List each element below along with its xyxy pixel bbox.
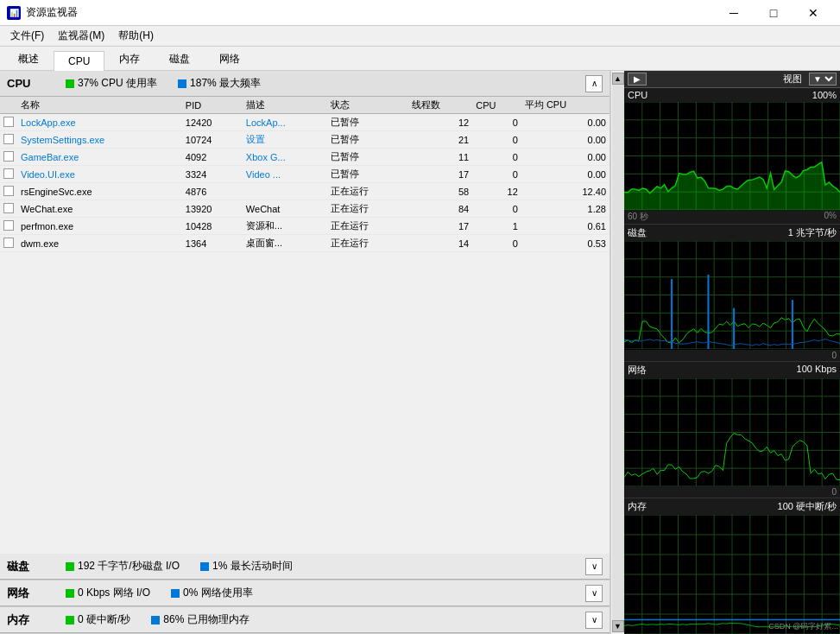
checkbox[interactable]: [3, 203, 14, 213]
row-avgcpu: 0.00: [521, 149, 609, 166]
table-row[interactable]: dwm.exe 1364 桌面窗... 正在运行 14 0 0.53: [0, 235, 609, 252]
row-checkbox-cell: [0, 149, 17, 166]
cpu-chart-bottom-left: 60 秒: [628, 211, 648, 223]
cpu-chart-area: [624, 102, 840, 210]
row-checkbox-cell: [0, 131, 17, 149]
row-threads: 12: [408, 114, 472, 131]
row-threads: 17: [408, 218, 472, 235]
row-checkbox-cell: [0, 235, 17, 252]
menu-file[interactable]: 文件(F): [3, 27, 51, 45]
row-avgcpu: 0.53: [521, 235, 609, 252]
checkbox[interactable]: [3, 151, 14, 162]
table-row[interactable]: GameBar.exe 4092 Xbox G... 已暂停 11 0 0.00: [0, 149, 609, 166]
row-threads: 11: [408, 149, 472, 166]
checkbox[interactable]: [3, 238, 14, 248]
table-row[interactable]: rsEngineSvc.exe 4876 正在运行 58 12 12.40: [0, 183, 609, 200]
network-section-title: 网络: [7, 586, 59, 601]
memory-chart-title: 内存: [628, 500, 647, 513]
row-threads: 84: [408, 200, 472, 218]
row-name: perfmon.exe: [17, 218, 182, 235]
network-chart-section: 网络 100 Kbps 0: [624, 362, 840, 498]
col-name[interactable]: 名称: [17, 97, 182, 114]
row-avgcpu: 12.40: [521, 183, 609, 200]
disk-chart-top-right: 1 兆字节/秒: [788, 226, 837, 239]
tab-cpu[interactable]: CPU: [54, 51, 104, 71]
row-cpu: 0: [472, 166, 521, 183]
table-row[interactable]: perfmon.exe 10428 资源和... 正在运行 17 1 0.61: [0, 218, 609, 235]
memory-chart-top-right: 100 硬中断/秒: [778, 500, 837, 513]
checkbox[interactable]: [3, 186, 14, 196]
row-pid: 10724: [182, 131, 243, 149]
row-desc: Xbox G...: [243, 149, 327, 166]
table-row[interactable]: SystemSettings.exe 10724 设置 已暂停 21 0 0.0…: [0, 131, 609, 149]
minimize-button[interactable]: ─: [714, 3, 754, 22]
memory-collapse-button[interactable]: ∨: [585, 612, 603, 629]
right-panel-expand-button[interactable]: ▶: [628, 73, 647, 86]
scrollbar-up[interactable]: ▲: [612, 73, 624, 85]
cpu-stat2: 187% 最大频率: [178, 76, 261, 91]
table-row[interactable]: LockApp.exe 12420 LockAp... 已暂停 12 0 0.0…: [0, 114, 609, 131]
main-content: CPU 37% CPU 使用率 187% 最大频率 ∧: [0, 71, 840, 634]
disk-collapse-button[interactable]: ∨: [585, 558, 603, 575]
row-desc: WeChat: [243, 200, 327, 218]
scrollbar-down[interactable]: ▼: [612, 620, 624, 632]
checkbox[interactable]: [3, 168, 14, 179]
tab-network[interactable]: 网络: [205, 48, 255, 70]
cpu-table: 名称 PID 描述 状态 线程数 CPU 平均 CPU LockApp.exe …: [0, 97, 609, 252]
table-row[interactable]: WeChat.exe 13920 WeChat 正在运行 84 0 1.28: [0, 200, 609, 218]
row-cpu: 1: [472, 218, 521, 235]
cpu-section-title: CPU: [7, 77, 59, 90]
row-status: 已暂停: [327, 114, 408, 131]
checkbox[interactable]: [3, 134, 14, 144]
network-stat1: 0 Kbps 网络 I/O: [66, 586, 150, 600]
col-threads[interactable]: 线程数: [408, 97, 472, 114]
memory-section-header[interactable]: 内存 0 硬中断/秒 86% 已用物理内存 ∨: [0, 607, 609, 633]
col-pid[interactable]: PID: [182, 97, 243, 114]
disk-chart-label: 磁盘 1 兆字节/秒: [624, 225, 840, 241]
cpu-chart-top-right: 100%: [812, 90, 837, 100]
row-checkbox-cell: [0, 200, 17, 218]
row-status: 已暂停: [327, 131, 408, 149]
col-cpu[interactable]: CPU: [472, 97, 521, 114]
tab-overview[interactable]: 概述: [3, 48, 54, 70]
disk-chart-section: 磁盘 1 兆字节/秒 0: [624, 225, 840, 361]
row-name: Video.UI.exe: [17, 166, 182, 183]
checkbox[interactable]: [3, 220, 14, 231]
main-scrollbar[interactable]: ▲ ▼: [610, 71, 624, 634]
tab-memory[interactable]: 内存: [104, 48, 155, 70]
memory-stat2: 86% 已用物理内存: [151, 612, 249, 627]
menu-monitor[interactable]: 监视器(M): [51, 27, 111, 45]
memory-stat1: 0 硬中断/秒: [66, 612, 130, 627]
col-checkbox: [0, 97, 17, 114]
row-cpu: 0: [472, 131, 521, 149]
network-chart-title: 网络: [628, 364, 647, 377]
cpu-section: CPU 37% CPU 使用率 187% 最大频率 ∧: [0, 71, 609, 554]
cpu-section-header[interactable]: CPU 37% CPU 使用率 187% 最大频率 ∧: [0, 71, 609, 97]
col-desc[interactable]: 描述: [243, 97, 327, 114]
close-button[interactable]: ✕: [793, 3, 833, 22]
left-panel: CPU 37% CPU 使用率 187% 最大频率 ∧: [0, 71, 610, 634]
memory-section-title: 内存: [7, 612, 59, 628]
network-section-header[interactable]: 网络 0 Kbps 网络 I/O 0% 网络使用率 ∨: [0, 580, 609, 606]
cpu-table-container[interactable]: 名称 PID 描述 状态 线程数 CPU 平均 CPU LockApp.exe …: [0, 97, 609, 554]
app-title: 资源监视器: [26, 5, 78, 20]
maximize-button[interactable]: □: [754, 3, 793, 22]
disk-stat1: 192 千字节/秒磁盘 I/O: [66, 559, 180, 574]
cpu-collapse-button[interactable]: ∧: [585, 75, 603, 92]
cpu-stat1-dot: [66, 79, 74, 88]
row-status: 正在运行: [327, 218, 408, 235]
network-collapse-button[interactable]: ∨: [585, 585, 603, 602]
row-status: 正在运行: [327, 183, 408, 200]
right-panel-view-select[interactable]: ▼: [809, 73, 837, 86]
checkbox[interactable]: [3, 117, 14, 127]
col-avgcpu[interactable]: 平均 CPU: [521, 97, 609, 114]
menu-help[interactable]: 帮助(H): [111, 27, 161, 45]
table-row[interactable]: Video.UI.exe 3324 Video ... 已暂停 17 0 0.0…: [0, 166, 609, 183]
row-status: 已暂停: [327, 149, 408, 166]
disk-section-header[interactable]: 磁盘 192 千字节/秒磁盘 I/O 1% 最长活动时间 ∨: [0, 554, 609, 580]
scrollbar-track[interactable]: [612, 85, 624, 620]
col-status[interactable]: 状态: [327, 97, 408, 114]
tab-disk[interactable]: 磁盘: [155, 48, 205, 70]
disk-section-title: 磁盘: [7, 559, 59, 574]
memory-section: 内存 0 硬中断/秒 86% 已用物理内存 ∨: [0, 607, 609, 634]
